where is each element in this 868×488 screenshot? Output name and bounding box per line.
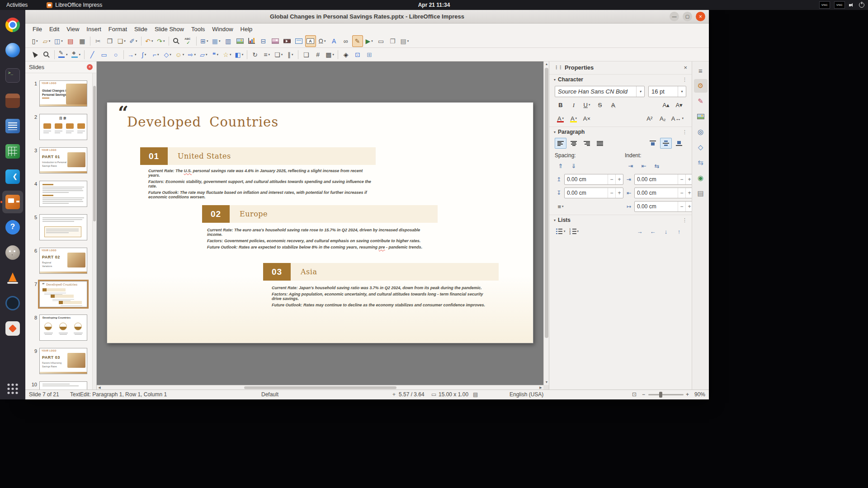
master-slides-tab[interactable]: ▤ [694, 187, 708, 200]
dropdown-arrow-icon[interactable]: ▾ [292, 53, 293, 56]
star-shapes-button[interactable]: ☆▾ [222, 49, 232, 61]
align-objects-button[interactable]: ≡▾ [261, 49, 272, 61]
close-properties-button[interactable]: × [684, 64, 687, 71]
menu-format[interactable]: Format [105, 25, 131, 33]
menu-view[interactable]: View [63, 25, 83, 33]
dropdown-arrow-icon[interactable]: ▾ [324, 39, 326, 43]
dropdown-arrow-icon[interactable]: ▾ [61, 39, 63, 43]
redo-button[interactable]: ↷▾ [156, 35, 166, 47]
rectangle-button[interactable]: ▭ [99, 49, 109, 61]
line-spacing-button[interactable]: ≡ ▾ [555, 201, 566, 212]
edit-points-button[interactable]: ◈ [340, 49, 351, 61]
menu-slide[interactable]: Slide [131, 25, 151, 33]
close-button[interactable]: × [696, 12, 705, 21]
align-right-button[interactable] [581, 138, 593, 149]
dock-software-store[interactable] [2, 317, 23, 340]
dropdown-arrow-icon[interactable]: ▾ [576, 117, 577, 120]
dock-libreoffice-impress[interactable] [2, 191, 23, 213]
connectors-button[interactable]: ⌐▾ [151, 49, 161, 61]
subscript-button[interactable]: A₂ [657, 113, 669, 124]
dropdown-arrow-icon[interactable]: ▾ [49, 39, 51, 43]
align-vertical-center-button[interactable] [660, 138, 672, 149]
dropdown-arrow-icon[interactable]: ▾ [562, 117, 564, 120]
zoom-in-button[interactable]: + [686, 391, 689, 398]
slide-6-thumbnail[interactable]: YOUR LOGOPART 02RegionalVariations [39, 248, 87, 274]
toggle-shadow-button[interactable]: A [607, 99, 619, 110]
increment-button[interactable]: + [685, 202, 692, 211]
section-body-text[interactable]: Current Rate: The euro area's household … [207, 228, 429, 251]
fill-color-button[interactable]: ▾ [70, 49, 82, 61]
dropdown-arrow-icon[interactable]: ▾ [151, 39, 153, 43]
superscript-button[interactable]: A² [644, 113, 656, 124]
dropdown-arrow-icon[interactable]: ▾ [217, 53, 218, 56]
glue-points-button[interactable]: ⊡ [352, 49, 363, 61]
zoom-slider[interactable] [648, 394, 684, 395]
navigator-tab[interactable]: ◎ [694, 125, 708, 139]
move-down-button[interactable]: ↓ [660, 226, 672, 237]
section-heading[interactable]: United States [168, 147, 376, 165]
dropdown-arrow-icon[interactable]: ▾ [564, 230, 566, 233]
scrollbar-thumb[interactable] [244, 386, 396, 389]
dock-libreoffice-writer[interactable] [2, 115, 23, 137]
start-slideshow-button[interactable]: ▶▾ [364, 35, 375, 47]
decrease-font-size-button[interactable]: A▾ [673, 99, 685, 110]
slide-style[interactable]: Default [261, 391, 278, 398]
bold-button[interactable]: B [555, 99, 566, 110]
close-slides-panel-button[interactable]: × [87, 64, 93, 70]
dropdown-arrow-icon[interactable]: ▾ [183, 53, 184, 56]
section-body-text[interactable]: Current Rate: Japan's household saving r… [272, 286, 488, 309]
undo-button[interactable]: ↶▾ [144, 35, 155, 47]
scroll-left-button[interactable]: ◀ [97, 385, 102, 389]
dropdown-arrow-icon[interactable]: ▾ [371, 39, 373, 43]
horizontal-scrollbar[interactable]: ◀ ▶ [97, 385, 543, 389]
unordered-list-button[interactable]: ▾ [555, 226, 567, 237]
zoom-pan-button[interactable] [41, 49, 52, 61]
italic-button[interactable]: I [568, 99, 580, 110]
focused-app-indicator[interactable]: LibreOffice Impress [47, 2, 102, 8]
dock-vlc[interactable] [2, 267, 23, 289]
dropdown-arrow-icon[interactable]: ▾ [577, 230, 579, 233]
more-options-icon[interactable]: ⋮ [682, 77, 687, 83]
insert-header-footer-button[interactable]: ▥ [223, 35, 234, 47]
menu-help[interactable]: Help [237, 25, 256, 33]
decrement-button[interactable]: − [608, 174, 615, 184]
increment-button[interactable]: + [615, 174, 623, 184]
paragraph-section-header[interactable]: ▾ Paragraph ⋮ [549, 127, 692, 136]
slide-transition-tab[interactable]: ⇆ [694, 156, 708, 169]
dropdown-arrow-icon[interactable]: ▾ [66, 53, 68, 56]
dropdown-arrow-icon[interactable]: ▾ [682, 117, 684, 120]
panel-handle-icon[interactable]: ⋮⋮ [554, 65, 562, 70]
menu-insert[interactable]: Insert [83, 25, 105, 33]
align-justify-button[interactable] [594, 138, 606, 149]
slide-layout-button[interactable]: ▤▾ [399, 35, 410, 47]
gallery-button[interactable] [270, 35, 281, 47]
menu-slide-show[interactable]: Slide Show [151, 25, 188, 33]
dropdown-arrow-icon[interactable]: ▾ [135, 53, 137, 56]
menu-file[interactable]: File [29, 25, 46, 33]
duplicate-slide-button[interactable]: ❐ [387, 35, 398, 47]
crop-image-button[interactable]: # [312, 49, 323, 61]
slide-1-thumbnail[interactable]: YOUR LOGOGlobal Changes inPersonal Savin… [39, 80, 87, 107]
dropdown-arrow-icon[interactable]: ▾ [36, 39, 38, 43]
font-name-dropdown-button[interactable]: ▾ [636, 86, 644, 97]
curves-and-polygons-button[interactable]: ∫▾ [139, 49, 150, 61]
slide-7-thumbnail[interactable]: “Developed Countries [39, 281, 87, 307]
dropdown-arrow-icon[interactable]: ▾ [194, 53, 196, 56]
select-button[interactable] [29, 49, 40, 61]
clock[interactable]: Apr 21 11:34 [418, 2, 450, 8]
slide-editing-surface[interactable]: “ Developed Countries 01United StatesCur… [107, 102, 533, 343]
insert-hyperlink-button[interactable]: ∞ [340, 35, 351, 47]
insert-image-button[interactable] [235, 35, 245, 47]
dock-help[interactable] [2, 216, 23, 239]
more-options-icon[interactable]: ⋮ [682, 217, 687, 223]
shadow-button[interactable]: ❑ [301, 49, 311, 61]
above-paragraph-spacing-input[interactable]: 0.00 cm − + [564, 174, 623, 185]
slide-2-thumbnail[interactable]: 目录 [39, 114, 87, 140]
maximize-button[interactable]: ▢ [683, 12, 692, 21]
slide-title[interactable]: Developed Countries [127, 114, 278, 130]
vnc-tray-icon[interactable]: VNC [834, 1, 845, 9]
dock-libreoffice-calc[interactable] [2, 140, 23, 163]
decrease-indent-button[interactable]: ⇤ [638, 160, 650, 171]
character-section-header[interactable]: ▾ Character ⋮ [549, 74, 692, 84]
scroll-right-button[interactable]: ▶ [538, 385, 543, 389]
